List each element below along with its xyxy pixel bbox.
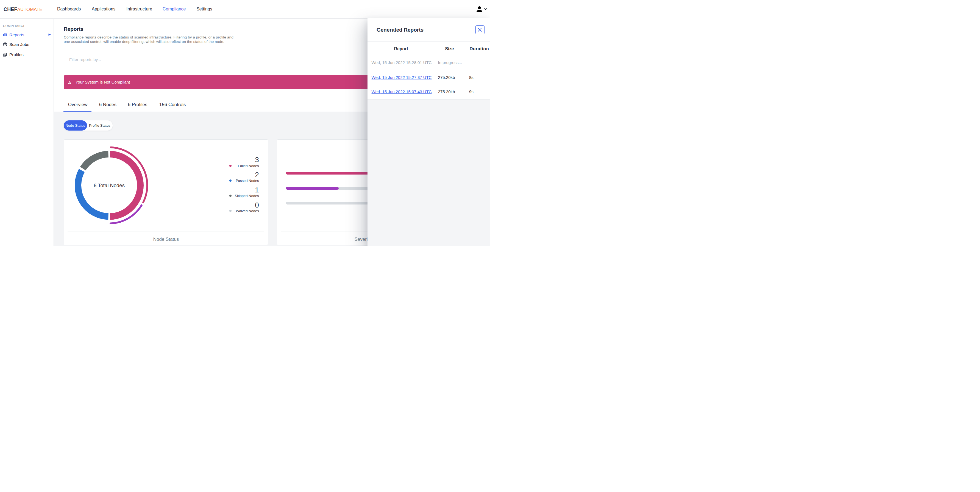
svg-text:6 Total Nodes: 6 Total Nodes [94,182,125,188]
